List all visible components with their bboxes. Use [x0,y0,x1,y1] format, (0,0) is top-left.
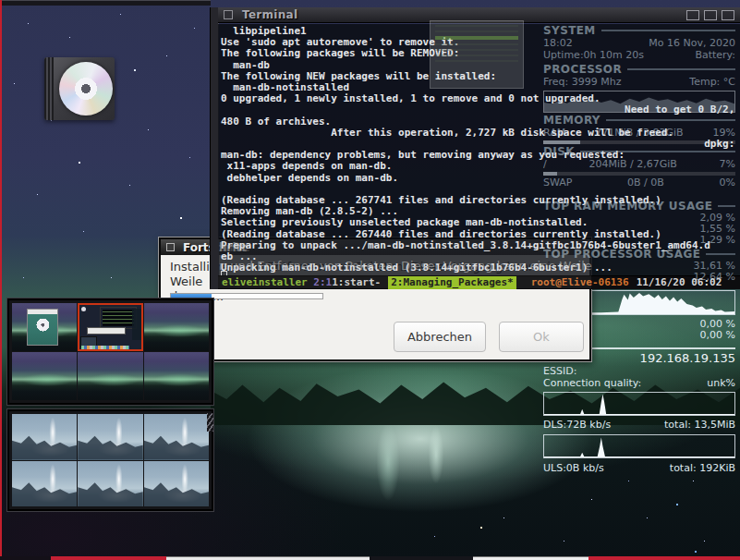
workspace-5-thumbnail[interactable] [78,352,142,400]
disk-mount: / [543,158,547,170]
swap-percent: 0% [720,177,735,189]
upload-stats-row: ULS:0B kb/s total: 192KiB [543,462,735,474]
desk-5-thumbnail[interactable] [78,461,142,507]
system-uptime: Uptime:0h 10m 20s [543,49,644,61]
uls-label: ULS:0B kb/s [543,462,604,474]
ram-value: 771MiB / 3,83GiB [595,127,683,139]
ghost-dialog-message-fragment: n und Entfernen von Paketen. Dieser Vorg… [219,259,592,273]
cancel-button[interactable]: Abbrechen [394,322,486,352]
cpu-temperature: Temp: °C [689,76,735,88]
desk-4-thumbnail[interactable] [12,461,77,507]
ok-button[interactable]: Ok [499,322,584,352]
workspace-pager-bottom [7,409,213,511]
mini-dock [81,346,129,349]
workspace-3-thumbnail[interactable] [144,303,209,351]
cd-disc-icon [59,62,113,116]
download-stats-row: DLS:72B kb/s total: 13,5MiB [543,419,735,431]
mini-dialog [87,327,126,335]
workspace-1-thumbnail[interactable] [12,303,77,351]
workspace-2-thumbnail-active[interactable] [78,303,142,351]
conky-disk-header: DISK [543,145,735,158]
swap-label: SWAP [543,177,572,189]
mini-cd-icon [81,307,86,311]
upload-graph [543,434,735,458]
system-time: 18:02 [543,37,573,49]
ram-percent: 19% [713,127,735,139]
left-edge-red-line [0,0,2,556]
minimize-button[interactable] [686,10,699,20]
mini-installer-window [27,309,58,346]
essid-row: ESSID: [543,365,735,377]
ram-usage-bar [543,140,735,144]
quality-value: unk% [707,377,735,389]
conky-system-header: SYSTEM [543,24,735,37]
cd-case-spine [44,57,54,120]
system-battery: Battery: [695,49,735,61]
terminal-window-icon [224,10,233,19]
workspace-pager-top [7,298,213,405]
maximize-button[interactable] [704,10,717,20]
disk-value: 204MiB / 2,67GiB [588,158,676,170]
bottom-dock-edge-dark[interactable] [370,556,473,560]
bottom-dock-edge-white2[interactable] [473,556,588,560]
download-graph [543,392,735,416]
bottom-dock-edge[interactable] [0,556,51,560]
system-date: Mo 16 Nov, 2020 [649,37,735,49]
close-button[interactable] [722,10,734,20]
desktop: 0,00 % 0,00 % 192.168.19.135 ESSID: Conn… [0,0,740,560]
desk-2-thumbnail[interactable] [78,414,142,460]
cd-jewel-case-icon[interactable] [44,57,115,120]
disk-usage-bar [543,172,735,176]
bottom-dock-edge-red[interactable] [51,556,166,560]
bottom-dock-edge-red2[interactable] [588,556,740,560]
essid-label: ESSID: [543,365,576,377]
disk-percent: 7% [720,158,735,170]
workspace-4-thumbnail[interactable] [12,352,77,400]
cpu-frequency: Freq: 3999 Mhz [543,76,622,88]
bottom-dock-edge-white[interactable] [166,556,370,560]
dialog-window-icon [166,243,175,251]
dls-total: total: 13,5MiB [664,419,735,431]
ghost-window-behind-terminal [430,20,524,89]
uls-total: total: 192KiB [670,462,735,474]
quality-label: Connection quality: [543,377,641,389]
workspace-6-thumbnail[interactable] [144,352,209,400]
ghost-dialog-title-fragment: hritt [219,241,247,254]
desk-6-thumbnail[interactable] [144,461,209,507]
conky-processor-header: PROCESSOR [543,63,735,76]
mini-conky [132,309,141,340]
cpu-usage-graph [543,91,735,113]
connection-quality-row: Connection quality: unk% [543,377,735,389]
top-panel-edge [0,0,211,6]
conky-top-ram-header: TOP RAM MEMORY USAGE [543,200,735,213]
conky-memory-header: MEMORY [543,114,735,127]
desk-3-thumbnail[interactable] [144,414,209,460]
swap-value: 0B / 0B [627,177,664,189]
terminal-title: Terminal [242,8,297,21]
desk-1-thumbnail[interactable] [12,414,77,460]
dls-label: DLS:72B kb/s [543,419,611,431]
pager-resize-grip[interactable] [207,413,213,432]
ram-label: RAM [543,127,565,139]
